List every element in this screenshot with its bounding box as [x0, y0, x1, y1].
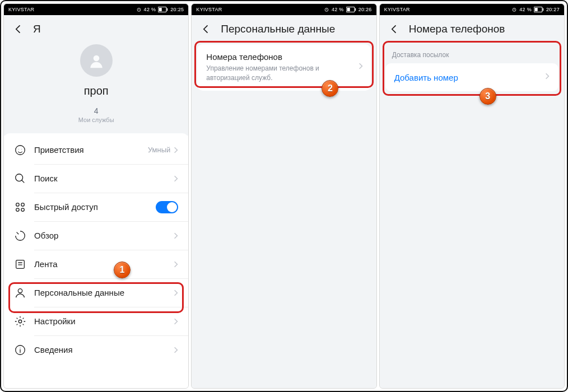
battery-icon: [534, 7, 544, 12]
header: Номера телефонов: [380, 15, 564, 42]
chevron-right-icon: [174, 146, 178, 154]
step-badge-1: 1: [114, 262, 131, 278]
row-search[interactable]: Поиск: [4, 164, 188, 193]
svg-rect-13: [16, 260, 25, 268]
row-feed[interactable]: Лента: [4, 250, 188, 278]
search-icon: [14, 172, 26, 185]
gear-icon: [14, 315, 26, 328]
row-label: Быстрый доступ: [34, 202, 156, 212]
alarm-icon: [136, 7, 142, 12]
row-label: Обзор: [34, 231, 174, 240]
chevron-right-icon: [174, 346, 178, 354]
alarm-icon: [324, 7, 329, 12]
feed-icon: [14, 258, 26, 270]
carrier-label: KYIVSTAR: [384, 7, 410, 12]
row-label: Приветствия: [34, 145, 148, 155]
chevron-right-icon: [545, 72, 550, 82]
menu-list: Приветствия Умный Поиск Быстрый доступ О…: [4, 133, 188, 388]
person-icon: [14, 287, 26, 299]
row-overview[interactable]: Обзор: [4, 221, 188, 250]
row-label: Персональные данные: [34, 288, 174, 297]
back-button[interactable]: [13, 24, 24, 35]
chevron-right-icon: [174, 289, 178, 297]
svg-point-6: [18, 148, 19, 149]
svg-point-9: [16, 203, 20, 206]
status-bar: KYIVSTAR 42 % 20:27: [380, 4, 564, 15]
row-about[interactable]: Сведения: [4, 335, 188, 364]
svg-rect-2: [159, 8, 162, 11]
svg-point-15: [18, 320, 22, 323]
svg-rect-20: [355, 8, 356, 11]
card-phone-numbers[interactable]: Номера телефонов Управление номерами тел…: [197, 44, 370, 91]
smiley-icon: [14, 144, 26, 156]
row-settings[interactable]: Настройки: [4, 307, 188, 335]
row-greetings[interactable]: Приветствия Умный: [4, 136, 188, 164]
toggle-switch[interactable]: [156, 201, 178, 213]
svg-point-12: [21, 208, 25, 211]
row-label: Сведения: [34, 345, 174, 354]
page-title: Персональные данные: [221, 23, 335, 35]
row-add-number[interactable]: Добавить номер: [385, 63, 558, 91]
profile-sub: Мои службы: [78, 116, 114, 123]
avatar[interactable]: [80, 44, 113, 77]
header: Я: [4, 15, 188, 42]
battery-icon: [158, 7, 168, 12]
step-badge-2: 2: [322, 80, 338, 97]
back-button[interactable]: [389, 24, 400, 35]
svg-point-4: [93, 55, 99, 62]
status-bar: KYIVSTAR 42 % 20:26: [192, 4, 376, 15]
card-subtitle: Управление номерами телефонов и авториза…: [206, 64, 361, 83]
info-icon: [14, 344, 26, 356]
status-bar: KYIVSTAR 42 % 20:25: [4, 4, 188, 15]
chevron-right-icon: [174, 175, 178, 183]
row-quick-access[interactable]: Быстрый доступ: [4, 193, 188, 221]
svg-point-11: [16, 208, 20, 211]
svg-point-8: [16, 174, 23, 181]
svg-point-7: [21, 148, 22, 149]
screen-profile: KYIVSTAR 42 % 20:25 Я проп 4 Мои службы: [3, 3, 189, 389]
card-title: Номера телефонов: [206, 52, 361, 62]
back-button[interactable]: [201, 24, 212, 35]
row-personal-data[interactable]: Персональные данные: [4, 278, 188, 307]
row-label: Настройки: [34, 316, 174, 326]
battery-pct: 42 %: [519, 7, 532, 12]
svg-point-10: [21, 203, 25, 206]
svg-rect-19: [347, 8, 350, 11]
svg-point-14: [18, 288, 22, 292]
alarm-icon: [511, 7, 517, 12]
section-label: Доставка посылок: [380, 42, 564, 63]
carrier-label: KYIVSTAR: [196, 7, 222, 12]
svg-rect-24: [543, 8, 544, 11]
svg-rect-23: [534, 8, 537, 11]
browse-icon: [14, 230, 26, 242]
profile-name: проп: [84, 85, 109, 97]
carrier-label: KYIVSTAR: [8, 7, 34, 12]
header: Персональные данные: [192, 15, 376, 42]
battery-pct: 42 %: [332, 7, 344, 12]
clock: 20:27: [546, 7, 560, 12]
chevron-right-icon: [174, 318, 178, 325]
chevron-right-icon: [359, 62, 363, 72]
clock: 20:26: [359, 7, 372, 12]
step-badge-3: 3: [479, 88, 496, 105]
page-title: Я: [33, 23, 41, 35]
battery-icon: [346, 7, 356, 12]
svg-point-5: [16, 145, 25, 155]
row-label: Лента: [34, 259, 174, 269]
chevron-right-icon: [174, 260, 178, 268]
profile-count: 4: [94, 106, 99, 115]
battery-pct: 42 %: [144, 7, 156, 12]
profile-block: проп 4 Мои службы: [4, 42, 188, 133]
grid-icon: [14, 201, 26, 213]
clock: 20:25: [170, 7, 184, 12]
screen-phone-numbers: KYIVSTAR 42 % 20:27 Номера телефонов Дос…: [379, 3, 565, 389]
row-value: Умный: [148, 146, 170, 154]
svg-rect-3: [167, 8, 168, 11]
chevron-right-icon: [174, 232, 178, 240]
page-title: Номера телефонов: [409, 23, 505, 35]
link-text: Добавить номер: [394, 73, 458, 82]
row-label: Поиск: [34, 174, 174, 183]
screen-personal-data: KYIVSTAR 42 % 20:26 Персональные данные …: [191, 3, 376, 389]
